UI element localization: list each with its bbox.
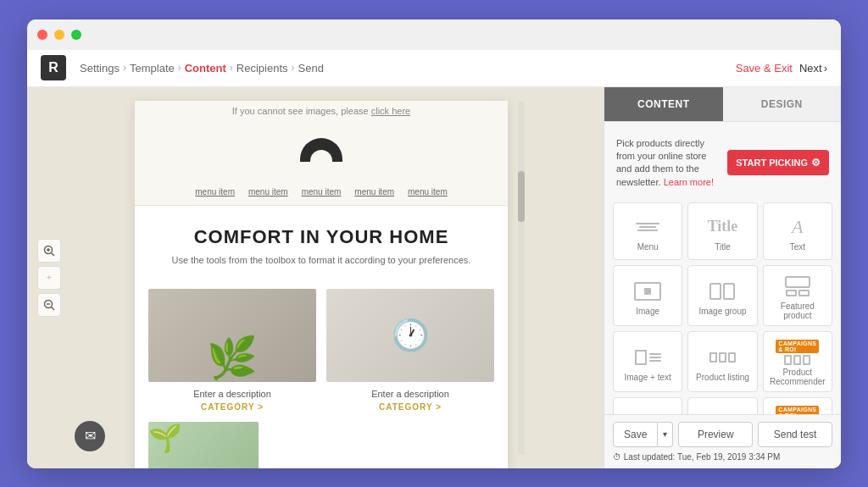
product-2-desc: Enter a description — [326, 382, 494, 402]
menu-block-icon — [632, 215, 663, 239]
block-menu[interactable]: Menu — [613, 202, 682, 260]
tab-design[interactable]: DESIGN — [723, 87, 842, 121]
text-block-icon: A — [782, 215, 813, 239]
product-1-desc: Enter a description — [148, 382, 316, 402]
breadcrumb-send[interactable]: Send — [298, 62, 324, 75]
email-nav-2[interactable]: menu item — [248, 187, 288, 196]
block-image-group-label: Image group — [698, 307, 746, 316]
close-icon[interactable] — [37, 30, 47, 40]
preview-tools: + — [37, 239, 61, 317]
app-window: R Settings › Template › Content › Recipi… — [27, 19, 841, 468]
email-top-bar: If you cannot see images, please click h… — [135, 101, 508, 121]
save-button[interactable]: Save — [613, 422, 658, 447]
breadcrumb-sep-3: › — [230, 62, 233, 74]
click-here-link[interactable]: click here — [371, 106, 410, 116]
save-button-group: Save ▾ — [613, 422, 673, 447]
email-product-2: 🕐 Enter a description CATEGORY > — [326, 289, 494, 412]
block-image-text[interactable]: Image + text — [613, 331, 682, 392]
email-nav-1[interactable]: menu item — [195, 187, 235, 196]
sidebar-body: Pick products directly from your online … — [604, 122, 841, 414]
scroll-bar[interactable] — [518, 101, 525, 455]
mail-icon: ✉ — [85, 428, 96, 444]
send-test-button[interactable]: Send test — [758, 422, 832, 447]
email-nav-3[interactable]: menu item — [302, 187, 342, 196]
zoom-in-button[interactable] — [37, 239, 61, 263]
block-product-listing[interactable]: Product listing — [687, 331, 757, 392]
titlebar — [27, 19, 841, 50]
breadcrumb-recipients[interactable]: Recipients — [236, 62, 288, 75]
blocks-grid: Menu Title Title A Text — [613, 202, 832, 413]
block-text[interactable]: A Text — [763, 202, 832, 260]
mail-button[interactable]: ✉ — [75, 421, 105, 451]
hero-subtitle: Use the tools from the toolbox to format… — [152, 255, 491, 265]
image-block-icon — [632, 279, 663, 303]
block-gift-box[interactable]: CAMPAIGNS & ROI Gift Box — [763, 397, 832, 413]
breadcrumb-template[interactable]: Template — [130, 62, 175, 75]
header-actions: Save & Exit Next › — [736, 62, 827, 75]
email-product-3-row: 🌱 — [135, 422, 508, 468]
product-listing-block-icon — [707, 346, 737, 369]
app-logo: R — [41, 55, 66, 80]
preview-button[interactable]: Preview — [678, 422, 753, 447]
block-product-listing-label: Product listing — [696, 373, 749, 382]
next-button[interactable]: Next › — [799, 62, 827, 75]
image-text-block-icon — [632, 346, 663, 369]
product-3-image: 🌱 — [148, 422, 259, 468]
block-image-label: Image — [636, 307, 659, 316]
breadcrumb-sep-2: › — [178, 62, 181, 74]
image-group-block-icon — [707, 279, 737, 303]
product-1-category[interactable]: CATEGORY > — [148, 402, 316, 412]
block-image-group[interactable]: Image group — [687, 265, 757, 326]
svg-line-5 — [52, 307, 55, 310]
last-updated-status: ⏱ Last updated: Tue, Feb 19, 2019 3:34 P… — [613, 452, 832, 462]
save-dropdown-button[interactable]: ▾ — [658, 422, 673, 447]
start-picking-button[interactable]: START PICKING ⚙ — [727, 150, 829, 175]
svg-line-1 — [52, 252, 55, 256]
maximize-icon[interactable] — [71, 30, 81, 40]
email-nav-4[interactable]: menu item — [354, 187, 394, 196]
email-products-row: 🌿 Enter a description CATEGORY > 🕐 — [135, 279, 508, 422]
product-1-image: 🌿 — [148, 289, 316, 382]
product-2-category[interactable]: CATEGORY > — [326, 402, 494, 412]
sidebar: CONTENT DESIGN Pick products directly fr… — [604, 87, 841, 468]
minimize-icon[interactable] — [54, 30, 64, 40]
save-exit-button[interactable]: Save & Exit — [736, 62, 793, 75]
block-recommender-label: Product Recommender — [767, 368, 828, 386]
block-product-recommender[interactable]: CAMPAIGNS & ROI Product Recommender — [763, 331, 832, 392]
product-recommender-block-icon: CAMPAIGNS & ROI — [782, 340, 813, 364]
header: R Settings › Template › Content › Recipi… — [27, 50, 841, 87]
email-scroll-area[interactable]: If you cannot see images, please click h… — [27, 87, 604, 468]
zoom-out-button[interactable] — [37, 293, 61, 317]
sidebar-footer: Save ▾ Preview Send test ⏱ Last updated:… — [604, 414, 841, 468]
email-nav-5[interactable]: menu item — [408, 187, 448, 196]
main-content: + If you cannot see images, please click… — [27, 87, 841, 468]
preview-panel: + If you cannot see images, please click… — [27, 87, 604, 468]
hero-title: COMFORT IN YOUR HOME — [152, 226, 491, 248]
start-picking-row: Pick products directly from your online … — [613, 130, 832, 196]
block-featured-product[interactable]: Featured product — [763, 265, 832, 326]
email-preview: If you cannot see images, please click h… — [135, 101, 508, 468]
email-logo-icon — [300, 138, 342, 162]
tab-content[interactable]: CONTENT — [604, 87, 723, 121]
title-block-icon: Title — [707, 215, 737, 239]
block-text-label: Text — [790, 242, 805, 252]
breadcrumb-sep-4: › — [292, 62, 295, 74]
next-chevron-icon: › — [824, 62, 827, 75]
learn-more-link[interactable]: Learn more! — [664, 177, 714, 187]
email-nav: menu item menu item menu item menu item … — [135, 179, 508, 206]
status-icon: ⏱ — [613, 452, 621, 462]
breadcrumb-content[interactable]: Content — [185, 62, 226, 75]
block-social[interactable]: ft Social — [687, 397, 757, 413]
footer-buttons: Save ▾ Preview Send test — [613, 422, 832, 447]
block-title-label: Title — [715, 242, 731, 252]
block-title[interactable]: Title Title — [687, 202, 757, 260]
email-hero: COMFORT IN YOUR HOME Use the tools from … — [135, 206, 508, 279]
breadcrumb-settings[interactable]: Settings — [80, 62, 120, 75]
block-featured-label: Featured product — [767, 302, 828, 320]
product-2-image: 🕐 — [326, 289, 494, 382]
block-button[interactable]: BUY NOW Button — [613, 397, 682, 413]
block-image[interactable]: Image — [613, 265, 682, 326]
block-menu-label: Menu — [637, 242, 659, 252]
sidebar-tabs: CONTENT DESIGN — [604, 87, 841, 122]
scroll-thumb[interactable] — [518, 171, 525, 222]
